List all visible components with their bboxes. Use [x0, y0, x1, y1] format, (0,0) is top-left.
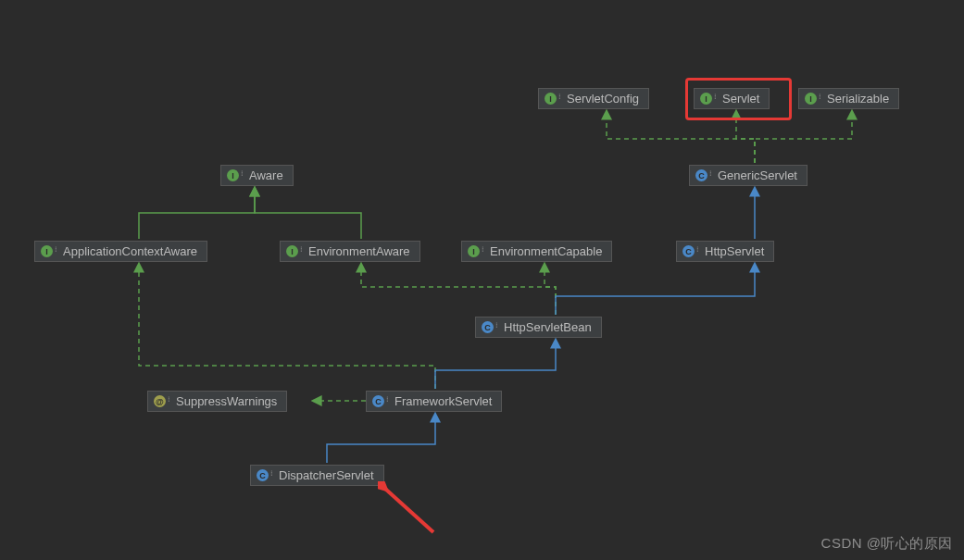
node-label: ApplicationContextAware — [63, 244, 197, 258]
highlight-servlet — [685, 78, 792, 120]
node-dispatcherservlet[interactable]: C⁞ DispatcherServlet — [250, 465, 384, 486]
node-servletconfig[interactable]: I⁞ ServletConfig — [538, 88, 649, 109]
node-httpservletbean[interactable]: C⁞ HttpServletBean — [475, 317, 602, 338]
node-environmentcapable[interactable]: I⁞ EnvironmentCapable — [461, 241, 612, 262]
red-pointer-arrow — [378, 481, 443, 537]
class-icon: C⁞ — [482, 321, 498, 333]
node-httpservlet[interactable]: C⁞ HttpServlet — [676, 241, 774, 262]
node-label: Aware — [249, 168, 283, 182]
node-label: EnvironmentCapable — [490, 244, 602, 258]
class-icon: C⁞ — [257, 469, 273, 481]
node-suppresswarnings[interactable]: @⁞ SuppressWarnings — [147, 391, 287, 412]
node-frameworkservlet[interactable]: C⁞ FrameworkServlet — [366, 391, 502, 412]
node-label: SuppressWarnings — [176, 394, 277, 408]
interface-icon: I⁞ — [286, 245, 303, 257]
interface-icon: I⁞ — [468, 245, 484, 257]
node-label: HttpServletBean — [504, 320, 592, 334]
node-environmentaware[interactable]: I⁞ EnvironmentAware — [280, 241, 420, 262]
svg-line-0 — [385, 489, 433, 532]
node-label: HttpServlet — [705, 244, 764, 258]
interface-icon: I⁞ — [545, 93, 561, 105]
watermark: CSDN @听心的原因 — [821, 535, 953, 553]
interface-icon: I⁞ — [805, 93, 821, 105]
class-icon: C⁞ — [682, 245, 699, 257]
class-icon: C⁞ — [372, 395, 389, 407]
node-label: DispatcherServlet — [279, 468, 374, 482]
node-label: Serializable — [827, 92, 889, 106]
node-label: EnvironmentAware — [308, 244, 410, 258]
node-applicationcontextaware[interactable]: I⁞ ApplicationContextAware — [34, 241, 207, 262]
interface-icon: I⁞ — [227, 169, 244, 181]
node-aware[interactable]: I⁞ Aware — [220, 165, 294, 186]
class-icon: C⁞ — [695, 169, 712, 181]
node-label: ServletConfig — [567, 92, 639, 106]
annotation-icon: @⁞ — [154, 395, 170, 407]
node-genericservlet[interactable]: C⁞ GenericServlet — [689, 165, 808, 186]
node-label: GenericServlet — [718, 168, 797, 182]
node-label: FrameworkServlet — [394, 394, 492, 408]
node-serializable[interactable]: I⁞ Serializable — [798, 88, 899, 109]
diagram-canvas: I⁞ ServletConfig I⁞ Servlet I⁞ Serializa… — [0, 0, 964, 560]
connector-layer — [0, 0, 964, 560]
interface-icon: I⁞ — [41, 245, 57, 257]
